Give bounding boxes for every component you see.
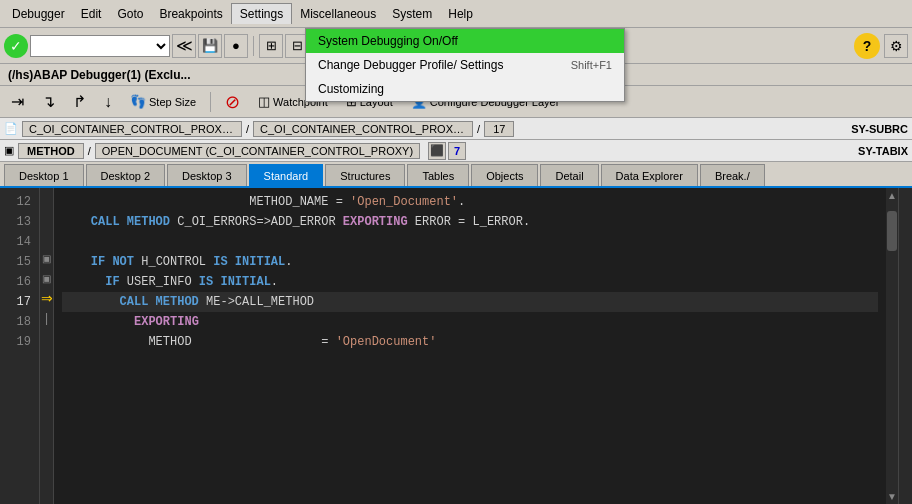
dropdown-item-system-debugging[interactable]: System Debugging On/Off	[306, 29, 624, 53]
tabs-bar: Desktop 1 Desktop 2 Desktop 3 Standard S…	[0, 162, 912, 188]
line-num-17: 17	[8, 292, 31, 312]
menu-breakpoints[interactable]: Breakpoints	[151, 4, 230, 24]
step-over-icon: ⇥	[11, 92, 24, 111]
menu-goto[interactable]: Goto	[109, 4, 151, 24]
line-number-display[interactable]: 17	[484, 121, 514, 137]
line-numbers: 12 13 14 15 16 17 18 19	[0, 188, 40, 504]
method-bar: ▣ METHOD / OPEN_DOCUMENT (C_OI_CONTAINER…	[0, 140, 912, 162]
checkmark-icon: ✓	[10, 38, 22, 54]
code-line-16: IF USER_INFO IS INITIAL.	[62, 272, 878, 292]
method-copy-btn[interactable]: ⬛	[428, 142, 446, 160]
watchpoint-icon: ◫	[258, 94, 270, 109]
settings-button[interactable]: ⚙	[884, 34, 908, 58]
code-gutter: ▣ ▣ ⇒ |	[40, 188, 54, 504]
back-button[interactable]: ≪	[172, 34, 196, 58]
collapse-icon-15: ▣	[42, 253, 51, 264]
icon-btn-1[interactable]: ⊞	[259, 34, 283, 58]
method-type-label: METHOD	[18, 143, 84, 159]
help-button[interactable]: ?	[854, 33, 880, 59]
vertical-scrollbar[interactable]: ▲ ▼	[886, 188, 898, 504]
tab-tables[interactable]: Tables	[407, 164, 469, 186]
line-num-18: 18	[8, 312, 31, 332]
method-nav-btn[interactable]: 7	[448, 142, 466, 160]
method-action-icons: ⬛ 7	[428, 142, 466, 160]
path-segment1[interactable]: C_OI_CONTAINER_CONTROL_PROXY=.	[22, 121, 242, 137]
menu-bar: Debugger Edit Goto Breakpoints Settings …	[0, 0, 912, 28]
line-num-16: 16	[8, 272, 31, 292]
tab-detail[interactable]: Detail	[540, 164, 598, 186]
code-line-18: EXPORTING	[62, 312, 878, 332]
method-name-display[interactable]: OPEN_DOCUMENT (C_OI_CONTAINER_CONTROL_PR…	[95, 143, 420, 159]
line-num-13: 13	[8, 212, 31, 232]
tab-data-explorer[interactable]: Data Explorer	[601, 164, 698, 186]
debugger-title: (/hs)ABAP Debugger(1) (Exclu...	[8, 68, 190, 82]
code-content[interactable]: METHOD_NAME = 'Open_Document'. CALL METH…	[54, 188, 886, 504]
separator2	[210, 92, 211, 112]
tab-desktop3[interactable]: Desktop 3	[167, 164, 247, 186]
code-line-17: CALL METHOD ME->CALL_METHOD	[62, 292, 878, 312]
code-line-19: METHOD = 'OpenDocument'	[62, 332, 878, 352]
menu-system[interactable]: System	[384, 4, 440, 24]
code-line-12: METHOD_NAME = 'Open_Document'.	[62, 192, 878, 212]
separator1	[253, 36, 254, 56]
dropdown-item-change-profile[interactable]: Change Debugger Profile/ Settings Shift+…	[306, 53, 624, 77]
line-num-19: 19	[8, 332, 31, 352]
run-button[interactable]: ✓	[4, 34, 28, 58]
tab-desktop1[interactable]: Desktop 1	[4, 164, 84, 186]
method-separator: /	[88, 145, 91, 157]
path-bar: 📄 C_OI_CONTAINER_CONTROL_PROXY=. / C_OI_…	[0, 118, 912, 140]
gutter-17-arrow: ⇒	[40, 288, 53, 308]
tab-standard[interactable]: Standard	[249, 164, 324, 186]
dropdown-item-customizing[interactable]: Customizing	[306, 77, 624, 101]
code-area: 12 13 14 15 16 17 18 19 ▣ ▣ ⇒ | METHOD_N…	[0, 188, 912, 504]
step-return-btn[interactable]: ↱	[66, 89, 93, 114]
step-into-icon: ↴	[42, 92, 55, 111]
path-separator2: /	[477, 123, 480, 135]
line-num-12: 12	[8, 192, 31, 212]
step-over-btn[interactable]: ⇥	[4, 89, 31, 114]
step-down-icon: ↓	[104, 93, 112, 111]
scroll-thumb[interactable]	[887, 211, 897, 251]
gutter-15[interactable]: ▣	[40, 248, 53, 268]
step-size-btn[interactable]: 👣 Step Size	[123, 91, 203, 112]
tab-structures[interactable]: Structures	[325, 164, 405, 186]
step-size-icon: 👣	[130, 94, 146, 109]
gutter-18: |	[40, 308, 53, 328]
scroll-down-arrow[interactable]: ▼	[886, 491, 898, 502]
step-return-icon: ↱	[73, 92, 86, 111]
gutter-12	[40, 188, 53, 208]
scroll-up-arrow[interactable]: ▲	[886, 190, 898, 201]
path-icon: 📄	[4, 122, 18, 135]
menu-help[interactable]: Help	[440, 4, 481, 24]
step-into-btn[interactable]: ↴	[35, 89, 62, 114]
path-segment2[interactable]: C_OI_CONTAINER_CONTROL_PROXY=.	[253, 121, 473, 137]
menu-settings[interactable]: Settings	[231, 3, 292, 24]
code-line-14	[62, 232, 878, 252]
gutter-19	[40, 328, 53, 348]
tab-objects[interactable]: Objects	[471, 164, 538, 186]
menu-miscellaneous[interactable]: Miscellaneous	[292, 4, 384, 24]
menu-debugger[interactable]: Debugger	[4, 4, 73, 24]
current-line-arrow: ⇒	[41, 290, 53, 306]
menu-edit[interactable]: Edit	[73, 4, 110, 24]
gutter-16[interactable]: ▣	[40, 268, 53, 288]
stop-btn[interactable]: ⊘	[218, 88, 247, 116]
path-separator1: /	[246, 123, 249, 135]
method-type-icon: ▣	[4, 144, 14, 157]
line-num-15: 15	[8, 252, 31, 272]
save-button[interactable]: 💾	[198, 34, 222, 58]
stop-icon: ⊘	[225, 91, 240, 113]
line-num-14: 14	[8, 232, 31, 252]
code-line-13: CALL METHOD C_OI_ERRORS=>ADD_ERROR EXPOR…	[62, 212, 878, 232]
step-down-btn[interactable]: ↓	[97, 90, 119, 114]
tab-desktop2[interactable]: Desktop 2	[86, 164, 166, 186]
sy-subrc-label: SY-SUBRC	[851, 123, 908, 135]
step-size-label: Step Size	[149, 96, 196, 108]
context-combo[interactable]	[30, 35, 170, 57]
tab-break[interactable]: Break./	[700, 164, 765, 186]
right-gutter	[898, 188, 912, 504]
extra-btn[interactable]: ●	[224, 34, 248, 58]
code-line-15: IF NOT H_CONTROL IS INITIAL.	[62, 252, 878, 272]
settings-dropdown: System Debugging On/Off Change Debugger …	[305, 28, 625, 102]
sy-tabix-label: SY-TABIX	[858, 145, 908, 157]
